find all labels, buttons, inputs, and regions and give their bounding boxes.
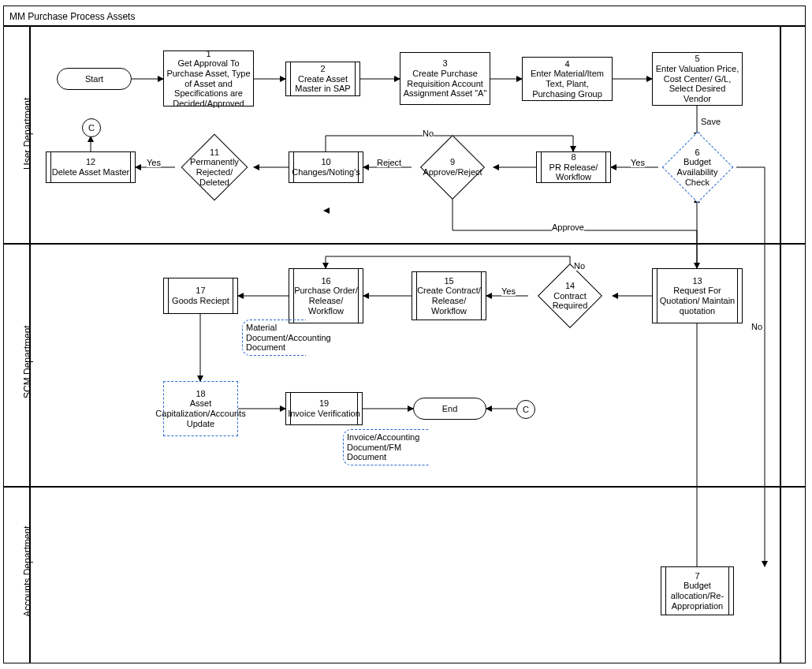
edge-label-yes14: Yes [501,286,516,296]
node-16: 16 Purchase Order/ Release/ Workflow [289,268,363,323]
connector-c2: C [516,400,535,419]
node-12: 12 Delete Asset Master [46,151,136,183]
node-1: 1 Get Approval To Purchase Asset, Type o… [163,50,254,107]
edge-label-approve9: Approve [552,222,584,232]
node-17: 17 Goods Reciept [163,278,238,314]
node-4: 4 Enter Material/Item Text, Plant, Purch… [522,57,613,101]
flowchart-canvas: MM Purchase Process Assets User Departme… [0,0,812,669]
edge-label-yes11: Yes [147,158,161,167]
edge-label-no10: No [423,129,434,138]
node-10: 10 Changes/Noting's [289,151,363,183]
annotation-17: Material Document/Accounting Document [242,320,306,356]
node-2: 2 Create Asset Master in SAP [285,62,360,96]
node-14: 14 Contract Required [527,270,613,322]
node-8: 8 PR Release/ Workflow [536,151,611,183]
node-13: 13 Request For Quotation/ Maintain quota… [652,268,743,323]
edge-label-save: Save [701,117,721,126]
node-3: 3 Create Purchase Requisition Account As… [400,52,490,105]
node-11: 11 Permanently Rejected/ Deleted [173,139,256,196]
node-5: 5 Enter Valuation Price, Cost Center/ G/… [652,52,743,106]
connector-c1: C [82,118,101,137]
node-9: 9 Approve/Reject [410,142,495,192]
end-terminator: End [413,398,486,420]
edge-label-reject9: Reject [377,158,401,167]
edge-label-yes6: Yes [631,158,645,167]
node-7: 7 Budget allocation/Re-Appropriation [661,566,734,615]
node-19: 19 Invoice Verification [285,392,363,425]
node-15: 15 Create Contract/ Release/ Workflow [412,271,486,320]
start-terminator: Start [57,68,132,90]
edge-label-no6: No [751,322,762,331]
node-18: 18 Asset Capitalization/Accounts Update [163,381,238,436]
node-6: 6 Budget Availability Check [656,136,739,198]
annotation-19: Invoice/Accounting Document/FM Document [343,429,429,465]
edge-label-no14: No [574,261,585,271]
